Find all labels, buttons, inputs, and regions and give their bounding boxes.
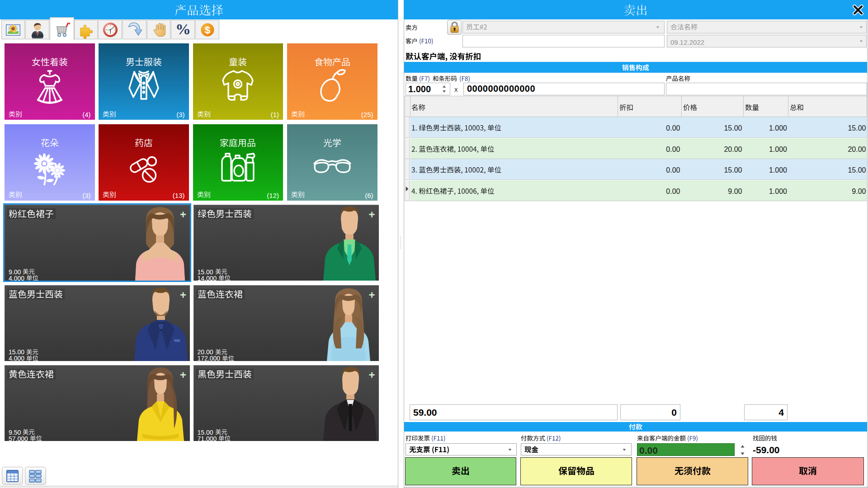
svg-text:$: $ — [205, 24, 210, 36]
svg-text:%: % — [175, 21, 191, 38]
